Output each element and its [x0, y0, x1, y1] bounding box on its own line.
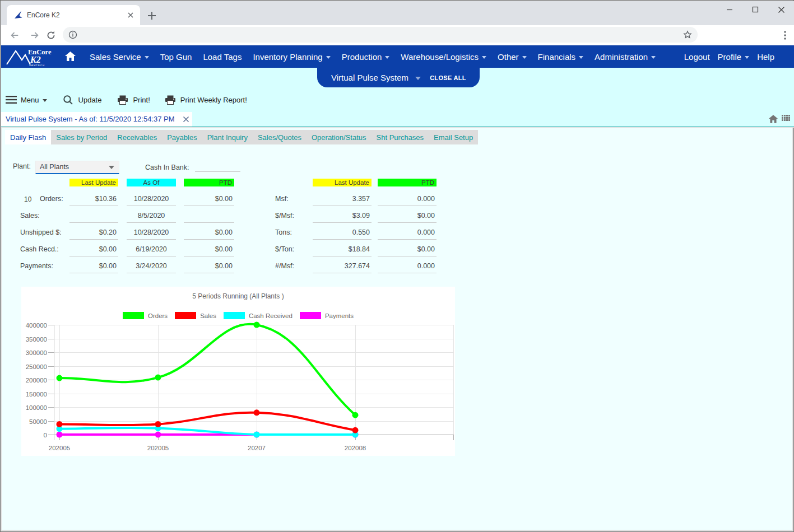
maximize-button[interactable]: [742, 1, 768, 18]
close-button[interactable]: [768, 1, 794, 18]
svg-text:350000: 350000: [26, 336, 47, 343]
browser-menu-icon[interactable]: [781, 30, 790, 40]
printer-icon[interactable]: [165, 95, 176, 105]
sales-last-update[interactable]: [69, 210, 118, 223]
nav-item-label: Administration: [595, 52, 648, 62]
nav-item-administration[interactable]: Administration: [595, 52, 656, 62]
table-row: Sales: 8/5/2020 $/Msf: $3.09 $0.00: [12, 210, 460, 223]
document-tab[interactable]: Virtual Pulse System - As of: 11/5/2020 …: [1, 112, 192, 127]
nav-item-production[interactable]: Production: [342, 52, 390, 62]
tons-ptd[interactable]: 0.000: [378, 227, 437, 240]
data-point-sales: [155, 421, 161, 427]
header-right-last-update: Last Update: [313, 179, 372, 186]
cash-recd-last-update[interactable]: $0.00: [69, 244, 118, 256]
tons-last-update[interactable]: 0.550: [313, 227, 372, 240]
nav-item-load-tags[interactable]: Load Tags: [203, 52, 242, 62]
nav-item-help[interactable]: Help: [757, 52, 774, 62]
subtab-operation-status[interactable]: Operation/Status: [307, 130, 372, 144]
dollar-ton-last-update[interactable]: $18.84: [313, 244, 372, 256]
printer-icon[interactable]: [117, 95, 128, 105]
nav-item-financials[interactable]: Financials: [538, 52, 584, 62]
subtab-receivables[interactable]: Receivables: [112, 130, 162, 144]
nav-item-other[interactable]: Other: [498, 52, 527, 62]
cash-recd-ptd[interactable]: $0.00: [184, 244, 234, 256]
refresh-button[interactable]: [46, 30, 56, 40]
menu-button[interactable]: Menu: [21, 96, 39, 104]
nav-item-label: Sales Service: [90, 52, 141, 62]
sales-ptd[interactable]: [184, 210, 234, 223]
address-bar[interactable]: [63, 27, 698, 43]
navbar-right-menu: LogoutProfileHelp: [684, 45, 774, 68]
tab-close-icon[interactable]: [127, 11, 134, 19]
back-button[interactable]: [10, 30, 20, 40]
msf-last-update[interactable]: 3.357: [313, 193, 372, 206]
svg-text:SAMTECH: SAMTECH: [29, 64, 45, 67]
cash-recd-as-of[interactable]: 6/19/2020: [127, 244, 176, 256]
forward-button[interactable]: [30, 30, 40, 40]
dollar-msf-last-update[interactable]: $3.09: [313, 210, 372, 223]
svg-text:300000: 300000: [26, 349, 47, 356]
print-button[interactable]: Print!: [133, 96, 150, 104]
print-weekly-report-button[interactable]: Print Weekly Report!: [180, 96, 247, 104]
dollar-msf-ptd[interactable]: $0.00: [378, 210, 437, 223]
header-last-update: Last Update: [69, 179, 118, 186]
minimize-button[interactable]: [717, 1, 742, 18]
chevron-down-icon[interactable]: [415, 77, 421, 80]
line-chart: 0500001000001500002000002500003000003500…: [21, 287, 455, 456]
dollar-ton-ptd[interactable]: $0.00: [378, 244, 437, 256]
row-label: Sales:: [20, 210, 40, 222]
nav-item-inventory-planning[interactable]: Inventory Planning: [253, 52, 330, 62]
subtab-sales-by-period[interactable]: Sales by Period: [51, 130, 112, 144]
search-icon[interactable]: [63, 95, 73, 105]
page-content: Daily FlashSales by PeriodReceivablesPay…: [2, 128, 792, 530]
payments-as-of[interactable]: 3/24/2020: [127, 260, 176, 273]
app-menu-row: Menu Update Print! Print Weekly Report!: [6, 94, 247, 105]
document-tab-close-icon[interactable]: [183, 116, 189, 123]
grid-view-icon[interactable]: [782, 114, 791, 123]
row-prefix: 10: [24, 194, 31, 206]
hamburger-menu-icon[interactable]: [6, 95, 17, 104]
svg-text:200000: 200000: [26, 377, 47, 384]
nav-item-warehouse-logistics[interactable]: Warehouse/Logistics: [401, 52, 486, 62]
document-tab-title: Virtual Pulse System - As of: 11/5/2020 …: [6, 115, 175, 123]
payments-last-update[interactable]: $0.00: [69, 260, 118, 273]
page-info-icon[interactable]: [68, 30, 77, 39]
subtab-payables[interactable]: Payables: [162, 130, 202, 144]
series-line-orders: [59, 324, 355, 415]
chevron-down-icon: [482, 56, 486, 59]
orders-last-update[interactable]: $10.36: [69, 193, 118, 206]
update-button[interactable]: Update: [78, 96, 102, 104]
close-all-button[interactable]: CLOSE ALL: [430, 74, 466, 81]
plant-select[interactable]: All Plants: [35, 161, 119, 174]
unshipped-last-update[interactable]: $0.20: [69, 227, 118, 240]
subtab-plant-inquiry[interactable]: Plant Inquiry: [202, 130, 253, 144]
home-icon[interactable]: [768, 114, 778, 124]
home-icon[interactable]: [64, 51, 76, 62]
app-navbar: EnCore K2 SAMTECH Sales ServiceTop GunLo…: [1, 45, 794, 68]
subtab-daily-flash[interactable]: Daily Flash: [5, 130, 51, 144]
chevron-down-icon[interactable]: [43, 99, 47, 102]
num-msf-last-update[interactable]: 327.674: [313, 260, 372, 273]
unshipped-ptd[interactable]: $0.00: [184, 227, 234, 240]
nav-item-sales-service[interactable]: Sales Service: [90, 52, 149, 62]
orders-ptd[interactable]: $0.00: [184, 193, 234, 206]
browser-tab[interactable]: EnCore K2: [7, 5, 140, 26]
new-tab-button[interactable]: [147, 11, 157, 21]
subtab-email-setup[interactable]: Email Setup: [429, 130, 478, 144]
cash-in-bank-input[interactable]: [195, 164, 240, 172]
bookmark-star-icon[interactable]: [683, 30, 692, 39]
unshipped-as-of[interactable]: 10/28/2020: [127, 227, 176, 240]
subtab-sht-purchases[interactable]: Sht Purchases: [372, 130, 429, 144]
orders-as-of[interactable]: 10/28/2020: [127, 193, 176, 206]
nav-item-logout[interactable]: Logout: [684, 52, 710, 62]
nav-item-profile[interactable]: Profile: [718, 52, 750, 62]
subtab-sales-quotes[interactable]: Sales/Quotes: [253, 130, 307, 144]
nav-item-top-gun[interactable]: Top Gun: [160, 52, 192, 62]
pulse-system-pill[interactable]: Virtual Pulse System CLOSE ALL: [317, 68, 480, 87]
pulse-system-title[interactable]: Virtual Pulse System: [331, 73, 408, 82]
sales-as-of[interactable]: 8/5/2020: [127, 210, 176, 223]
payments-ptd[interactable]: $0.00: [184, 260, 234, 273]
svg-text:202005: 202005: [147, 445, 169, 451]
num-msf-ptd[interactable]: 0.000: [378, 260, 437, 273]
msf-ptd[interactable]: 0.000: [378, 193, 437, 206]
